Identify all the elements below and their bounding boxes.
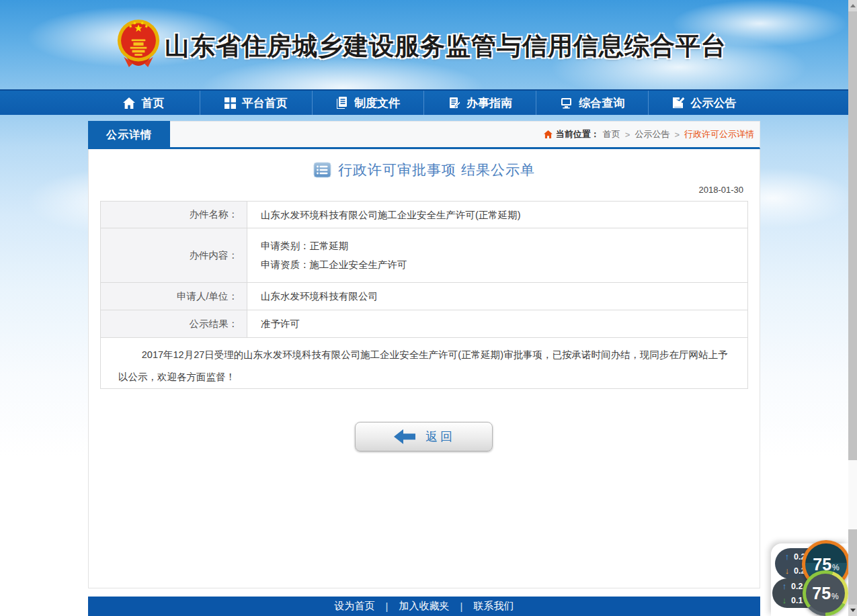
breadcrumb-separator: >: [674, 130, 680, 140]
chevron-down-icon: [850, 609, 856, 612]
upload-arrow-icon: ↑: [783, 550, 791, 564]
health-score-value: 75 %: [806, 574, 845, 613]
page-title-text: 行政许可审批事项 结果公示单: [338, 161, 535, 179]
row-label: 办件名称：: [101, 202, 247, 228]
monitor-icon: [560, 97, 573, 109]
row-label: 申请人/单位：: [101, 283, 247, 310]
document-icon: [336, 97, 348, 109]
summary-text: 2017年12月27日受理的山东水发环境科技有限公司施工企业安全生产许可(正常延…: [101, 338, 747, 388]
national-emblem-logo: [116, 17, 161, 71]
table-row-item-content: 办件内容： 申请类别：正常延期 申请资质：施工企业安全生产许可: [101, 228, 747, 283]
home-icon: [123, 97, 135, 109]
percent-value: 75: [812, 585, 831, 602]
back-button[interactable]: 返回: [355, 422, 493, 451]
download-arrow-icon: ↓: [783, 564, 791, 578]
table-row-result: 公示结果： 准予许可: [101, 310, 747, 338]
row-label: 办件内容：: [101, 228, 247, 282]
nav-item-label: 平台首页: [242, 95, 288, 111]
breadcrumb-link-home[interactable]: 首页: [603, 128, 620, 140]
footer-separator: |: [460, 601, 463, 612]
percent-unit: %: [831, 592, 839, 601]
nav-item-comprehensive-query[interactable]: 综合查询: [536, 91, 648, 115]
percent-unit: %: [832, 563, 840, 572]
nav-item-policy-documents[interactable]: 制度文件: [312, 91, 424, 115]
upload-arrow-icon: ↑: [780, 580, 788, 593]
row-value: 准予许可: [261, 317, 734, 331]
home-icon-small: [544, 130, 553, 138]
nav-item-label: 首页: [141, 95, 164, 111]
site-header: 山东省住房城乡建设服务监管与信用信息综合平台: [0, 0, 857, 89]
health-score-ring-bottom[interactable]: 75 %: [803, 570, 848, 616]
footer-link-add-favorites[interactable]: 加入收藏夹: [399, 600, 450, 613]
main-nav: 首页 平台首页 制度文件 办事指南: [0, 89, 857, 115]
content-card: 行政许可审批事项 结果公示单 2018-01-30 办件名称： 山东水发环境科技…: [88, 149, 760, 588]
table-row-summary: 2017年12月27日受理的山东水发环境科技有限公司施工企业安全生产许可(正常延…: [101, 338, 747, 388]
edit-icon: [673, 97, 685, 109]
nav-item-platform-home[interactable]: 平台首页: [200, 91, 312, 115]
list-icon: [313, 162, 331, 178]
footer-link-contact-us[interactable]: 联系我们: [473, 600, 514, 613]
breadcrumb-current: 行政许可公示详情: [684, 128, 754, 140]
row-value: 山东水发环境科技有限公司施工企业安全生产许可(正常延期): [261, 208, 734, 222]
download-speed-value: 0.1: [791, 594, 803, 607]
scrollbar-down-button[interactable]: [848, 605, 857, 616]
nav-item-label: 公示公告: [691, 95, 737, 111]
nav-item-label: 综合查询: [579, 95, 624, 111]
row-value: 山东水发环境科技有限公司: [261, 290, 734, 303]
scrollbar[interactable]: [848, 0, 857, 616]
footer-separator: |: [386, 601, 389, 612]
row-value-line2: 申请资质：施工企业安全生产许可: [261, 258, 734, 271]
download-arrow-icon: ↓: [780, 594, 788, 607]
breadcrumb-link-announcements[interactable]: 公示公告: [635, 128, 669, 140]
site-title: 山东省住房城乡建设服务监管与信用信息综合平台: [165, 30, 727, 63]
upload-speed-value: 0.2: [791, 580, 803, 593]
breadcrumb: 当前位置： 首页 > 公示公告 > 行政许可公示详情: [544, 122, 754, 147]
grid-icon: [225, 97, 236, 109]
tab-label: 公示详情: [106, 128, 152, 142]
nav-inner: 首页 平台首页 制度文件 办事指南: [88, 91, 760, 115]
scrollbar-up-button[interactable]: [848, 0, 857, 11]
nav-item-label: 办事指南: [466, 95, 512, 111]
nav-item-service-guide[interactable]: 办事指南: [423, 91, 536, 115]
back-button-label: 返回: [425, 429, 455, 445]
scrollbar-thumb[interactable]: [848, 460, 857, 529]
row-value-line1: 申请类别：正常延期: [261, 239, 734, 253]
tab-bar: 公示详情 当前位置： 首页 > 公示公告 > 行政许可公示详情: [88, 121, 760, 149]
publish-date: 2018-01-30: [89, 185, 743, 195]
tab-announcement-detail[interactable]: 公示详情: [88, 121, 170, 149]
table-row-item-name: 办件名称： 山东水发环境科技有限公司施工企业安全生产许可(正常延期): [101, 202, 747, 228]
footer-link-set-home[interactable]: 设为首页: [335, 600, 375, 613]
chevron-up-icon: [850, 4, 856, 7]
nav-item-public-announcements[interactable]: 公示公告: [648, 91, 760, 115]
guide-icon: [448, 97, 460, 109]
nav-item-home[interactable]: 首页: [88, 91, 200, 115]
back-arrow-icon: [393, 429, 417, 445]
breadcrumb-label: 当前位置：: [556, 128, 600, 140]
page: 山东省住房城乡建设服务监管与信用信息综合平台 首页 平台首页 制度文件: [0, 0, 857, 616]
detail-table: 办件名称： 山东水发环境科技有限公司施工企业安全生产许可(正常延期) 办件内容：…: [100, 201, 748, 389]
site-footer: 设为首页 | 加入收藏夹 | 联系我们: [88, 597, 760, 616]
nav-item-label: 制度文件: [354, 95, 400, 111]
page-title: 行政许可审批事项 结果公示单: [89, 161, 760, 179]
row-label: 公示结果：: [101, 310, 247, 337]
table-row-applicant: 申请人/单位： 山东水发环境科技有限公司: [101, 283, 747, 310]
breadcrumb-separator: >: [625, 130, 630, 140]
